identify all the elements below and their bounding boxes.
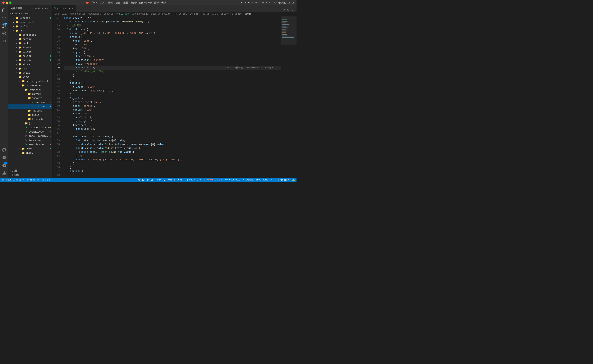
apple-menu[interactable]: 🍎 bbox=[86, 1, 89, 4]
sidebar-item-hook[interactable]: ▸ 📁 hook bbox=[8, 41, 52, 46]
new-file-icon[interactable]: + bbox=[32, 7, 34, 10]
sidebar-item-index-less[interactable]: ▸ ◧ index.module.less bbox=[8, 134, 52, 138]
sidebar-item-title[interactable]: ▸ 📁 title bbox=[8, 113, 52, 117]
window-controls[interactable] bbox=[2, 1, 12, 4]
breadcrumb-default[interactable]: default bbox=[190, 13, 199, 15]
sidebar-item-config[interactable]: ▸ 📁 config bbox=[8, 37, 52, 41]
timeline-section[interactable]: ▸ 时间线 bbox=[10, 173, 51, 177]
sidebar-item-style[interactable]: ▸ 📁 style bbox=[8, 66, 52, 71]
sidebar-item-view[interactable]: ▾ 📁 view bbox=[8, 75, 52, 79]
timeline-icon[interactable]: ⊡ bbox=[248, 1, 250, 4]
tab-close-button[interactable]: ✕ bbox=[72, 7, 73, 10]
branch-status[interactable]: feature/v916*+ bbox=[0, 178, 26, 182]
run-debug-icon[interactable] bbox=[1, 30, 8, 37]
breadcrumb-component[interactable]: component bbox=[88, 13, 101, 15]
outline-section[interactable]: ▸ 大纲 bbox=[10, 169, 51, 173]
sidebar-item-dc-component[interactable]: ▾ 📁 component bbox=[8, 88, 52, 92]
file-menu[interactable]: 文件 bbox=[100, 1, 105, 4]
back-icon[interactable]: ← bbox=[252, 1, 253, 4]
sidebar-item-detail-vue[interactable]: ▸ V detail.vue M bbox=[8, 130, 52, 134]
breadcrumb-echarts[interactable]: echarts bbox=[104, 13, 113, 15]
breadcrumb-volar[interactable]: Vue Language Features (Volar) bbox=[132, 13, 172, 15]
sidebar-item-component[interactable]: ▸ 📁 component bbox=[8, 33, 52, 37]
prettier-status[interactable]: ✓ Prettier bbox=[274, 178, 290, 182]
line-ending[interactable]: CRLF bbox=[177, 178, 185, 182]
history-icon[interactable]: ⟲ bbox=[283, 9, 285, 12]
view-menu[interactable]: 查看 bbox=[123, 1, 128, 4]
account-icon[interactable] bbox=[1, 169, 8, 176]
sidebar-item-utils[interactable]: ▸ 📁 utils bbox=[8, 71, 52, 75]
cursor-position[interactable]: 行 40, 列 26 bbox=[136, 178, 155, 182]
select-menu[interactable]: 选择 bbox=[116, 1, 120, 4]
explorer-icon[interactable] bbox=[1, 7, 8, 14]
breadcrumb-pie-vue[interactable]: V pie.vue bbox=[116, 13, 129, 15]
breadcrumb-view[interactable]: view bbox=[62, 13, 67, 15]
breadcrumb-setup[interactable]: setup bbox=[203, 13, 210, 15]
tsconfig-status[interactable]: No tsconfig bbox=[224, 178, 242, 182]
search-icon[interactable]: ⊞ bbox=[245, 1, 246, 4]
settings-icon[interactable] bbox=[1, 162, 8, 169]
sidebar-item-pie-vue[interactable]: ▸ V pie.vue M bbox=[8, 104, 52, 109]
code-content[interactable]: const init = () => { let myChart = echar… bbox=[62, 16, 281, 178]
sidebar-item-canvas[interactable]: ▸ 📁 canvas bbox=[8, 92, 52, 96]
more-icon[interactable]: ··· bbox=[45, 7, 50, 10]
breadcrumb-src[interactable]: src bbox=[55, 13, 59, 15]
sidebar-item-router[interactable]: ▸ 📁 router bbox=[8, 54, 52, 58]
breadcrumb-datacenter[interactable]: data-center bbox=[70, 13, 86, 15]
sidebar-item-treeselect[interactable]: ▸ 📁 treeSelect bbox=[8, 117, 52, 121]
source-control-icon[interactable] bbox=[1, 22, 8, 29]
sidebar-item-datacenter-vue[interactable]: ▸ V dataCenter.vue M bbox=[8, 125, 52, 130]
indentation[interactable]: 空格: 2 bbox=[155, 178, 167, 182]
sidebar-item-demo[interactable]: ▸ 📁 demo bbox=[8, 147, 52, 151]
close-button[interactable] bbox=[2, 1, 5, 4]
more-actions-icon[interactable]: ··· bbox=[290, 9, 295, 12]
extensions-icon[interactable] bbox=[1, 38, 8, 45]
sidebar-item-navlist[interactable]: ▸ 📁 navList bbox=[8, 109, 52, 113]
notifications[interactable]: 🔔 bbox=[290, 178, 296, 182]
encoding[interactable]: UTF-8 bbox=[167, 178, 177, 182]
sidebar-item-js[interactable]: ▸ 📁 js bbox=[8, 121, 52, 125]
sync-status[interactable]: ⟳ 283↓ 0↑ bbox=[26, 178, 41, 182]
project-root[interactable]: ▾ BEES-H5-TASK bbox=[8, 12, 52, 16]
tab-pie-vue[interactable]: V pie.vue M ✕ bbox=[53, 5, 76, 12]
sidebar-item-service[interactable]: ▸ 📁 service bbox=[8, 58, 52, 62]
more-icon[interactable]: ··· bbox=[266, 1, 270, 4]
collapse-all-icon[interactable]: ⊟ bbox=[42, 7, 44, 10]
language-mode[interactable]: ◇ Vue 4.9.5 bbox=[185, 178, 202, 182]
known-issue-status[interactable]: 1 known issue bbox=[202, 178, 224, 182]
minimize-button[interactable] bbox=[6, 1, 8, 4]
sidebar-item-search-vue[interactable]: ▸ V search.vue M bbox=[8, 142, 52, 147]
sidebar-item-data-center[interactable]: ▾ 📁 data-center bbox=[8, 83, 52, 88]
github-icon[interactable] bbox=[1, 146, 8, 153]
search-activity-icon[interactable] bbox=[1, 14, 8, 21]
refresh-icon[interactable]: ⟳ bbox=[38, 7, 41, 10]
breadcrumb-script[interactable]: {} script bbox=[175, 13, 187, 15]
tag-name-status[interactable]: <TagName prop-name /> bbox=[242, 178, 274, 182]
remote-icon[interactable] bbox=[1, 154, 8, 161]
split-editor-icon[interactable]: ⧉ bbox=[287, 9, 289, 12]
sidebar-item-node-modules[interactable]: ▸ 📁 node_modules bbox=[8, 20, 52, 24]
sidebar-item-vscode[interactable]: ▸ 📁 .vscode bbox=[8, 16, 52, 20]
code-menu[interactable]: Code bbox=[92, 1, 98, 4]
history-icon[interactable]: ⟲ bbox=[241, 1, 243, 4]
sidebar-item-entry[interactable]: ▸ 📁 entry bbox=[8, 151, 52, 155]
sidebar-item-index-vue[interactable]: ▸ V index.vue M bbox=[8, 138, 52, 142]
new-folder-icon[interactable]: ⊞ bbox=[35, 7, 37, 10]
sidebar-item-activity-detail[interactable]: ▸ 📁 activity-detail bbox=[8, 79, 52, 83]
minimap[interactable] bbox=[281, 16, 296, 178]
collapse-icon[interactable]: ⊟ bbox=[262, 1, 264, 4]
sidebar-item-public[interactable]: ▸ 📁 public bbox=[8, 24, 52, 29]
breadcrumb-init[interactable]: init bbox=[212, 13, 218, 15]
errors-status[interactable]: ✕ 0 ⚠ 0 bbox=[41, 178, 52, 182]
edit-menu[interactable]: 编辑 bbox=[108, 1, 113, 4]
breadcrumb-style[interactable]: style bbox=[244, 13, 251, 15]
sidebar-item-src[interactable]: ▾ 📁 src bbox=[8, 29, 52, 33]
split-icon[interactable]: ⧉ bbox=[258, 1, 260, 4]
sidebar-item-echarts[interactable]: ▾ 📁 echarts bbox=[8, 96, 52, 100]
maximize-button[interactable] bbox=[9, 1, 12, 4]
sidebar-item-layout[interactable]: ▸ 📁 layout bbox=[8, 46, 52, 50]
sidebar-item-plugin[interactable]: ▸ 📁 plugin bbox=[8, 50, 52, 54]
sidebar-item-store[interactable]: ▸ 📁 store bbox=[8, 62, 52, 66]
forward-icon[interactable]: → bbox=[255, 1, 257, 4]
breadcrumb-graphic[interactable]: graphic bbox=[232, 13, 242, 15]
